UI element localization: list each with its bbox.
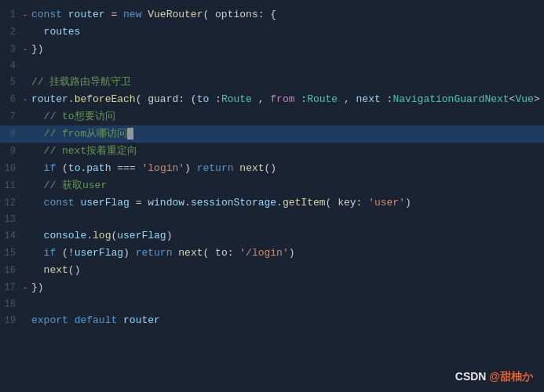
code-content: // 获取user [28, 178, 107, 194]
line-number: 2 [0, 27, 22, 38]
code-content: const userFlag = window.sessionStorage.g… [28, 195, 411, 211]
code-line: 2 routes [0, 24, 544, 41]
line-number: 4 [0, 60, 22, 71]
code-line: 5// 挂载路由导航守卫 [0, 74, 544, 91]
line-number: 18 [0, 299, 22, 310]
code-line: 17-}) [0, 279, 544, 296]
line-indicator: - [22, 284, 28, 292]
line-indicator: - [22, 45, 28, 54]
line-number: 12 [0, 198, 22, 209]
code-line: 13 [0, 212, 544, 227]
line-number: 9 [0, 146, 22, 157]
watermark: CSDN @甜柚か [455, 370, 533, 384]
line-indicator: - [22, 11, 28, 20]
code-content: // to想要访问 [28, 109, 115, 125]
line-number: 10 [0, 163, 22, 174]
code-line: 9 // next按着重定向 [0, 143, 544, 160]
line-number: 6 [0, 94, 22, 105]
code-content: // 挂载路由导航守卫 [28, 74, 131, 90]
code-content: if (!userFlag) return next( to: '/login'… [28, 245, 295, 261]
code-content: export default router [28, 313, 160, 328]
line-number: 1 [0, 9, 22, 20]
code-content: router.beforeEach( guard: (to :Route , f… [28, 92, 544, 107]
code-line: 3-}) [0, 41, 544, 58]
line-number: 17 [0, 282, 22, 293]
code-editor: 1-const router = new VueRouter( options:… [0, 0, 544, 392]
code-content: // from从哪访问 [28, 126, 133, 142]
code-line: 16 next() [0, 262, 544, 279]
code-content: const router = new VueRouter( options: { [28, 7, 276, 23]
code-line: 10 if (to.path === 'login') return next(… [0, 160, 544, 177]
line-number: 7 [0, 111, 22, 122]
code-content: routes [28, 24, 80, 40]
line-number: 13 [0, 214, 22, 225]
code-line: 7 // to想要访问 [0, 108, 544, 125]
code-line: 8 // from从哪访问 [0, 125, 544, 143]
line-number: 14 [0, 230, 22, 241]
code-line: 19export default router [0, 312, 544, 329]
code-content: }) [28, 42, 44, 57]
line-indicator: - [22, 96, 28, 104]
code-content: }) [28, 280, 44, 296]
code-content: next() [28, 263, 80, 278]
line-number: 19 [0, 315, 22, 326]
code-line: 4 [0, 58, 544, 74]
code-content: // next按着重定向 [28, 143, 137, 159]
code-line: 6-router.beforeEach( guard: (to :Route ,… [0, 91, 544, 108]
line-number: 8 [0, 129, 22, 140]
code-line: 1-const router = new VueRouter( options:… [0, 6, 544, 24]
line-number: 16 [0, 265, 22, 276]
code-line: 15 if (!userFlag) return next( to: '/log… [0, 245, 544, 262]
code-line: 11 // 获取user [0, 177, 544, 194]
code-content: if (to.path === 'login') return next() [28, 161, 276, 176]
code-line: 18 [0, 296, 544, 312]
line-number: 15 [0, 248, 22, 259]
line-number: 11 [0, 180, 22, 191]
line-number: 3 [0, 44, 22, 55]
code-content: console.log(userFlag) [28, 228, 172, 244]
line-number: 5 [0, 77, 22, 88]
code-line: 14 console.log(userFlag) [0, 227, 544, 245]
code-line: 12 const userFlag = window.sessionStorag… [0, 194, 544, 212]
